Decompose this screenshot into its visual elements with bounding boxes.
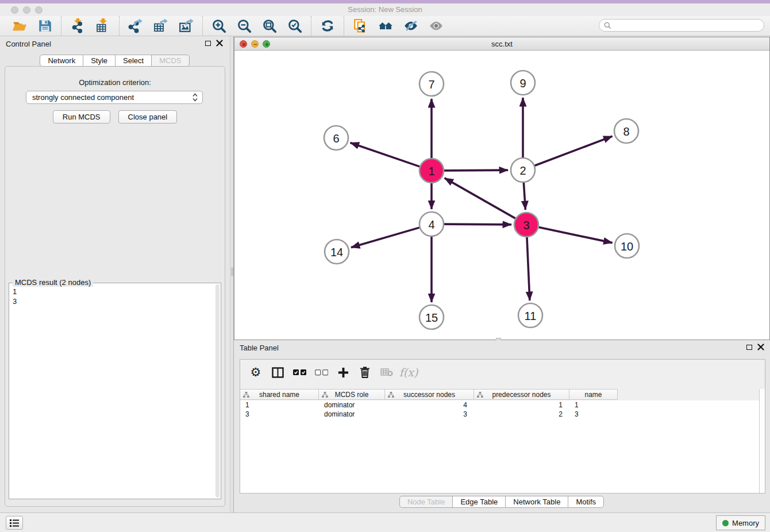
- zoom-out-button[interactable]: [232, 17, 257, 34]
- zoom-in-button[interactable]: [206, 17, 232, 34]
- graph-edge-3-11[interactable]: [527, 237, 530, 300]
- cybrowser-home-button[interactable]: [373, 17, 398, 34]
- graph-edge-3-1[interactable]: [445, 178, 515, 218]
- column-header-name[interactable]: name: [569, 389, 618, 400]
- table-cell[interactable]: 3: [240, 410, 319, 419]
- graph-node-11[interactable]: 11: [518, 303, 542, 327]
- table-row[interactable]: 3dominator323: [240, 410, 759, 419]
- open-session-button[interactable]: [7, 17, 32, 34]
- splitter-grip[interactable]: [231, 267, 233, 276]
- panel-mode-button[interactable]: [269, 364, 286, 381]
- run-mcds-button[interactable]: Run MCDS: [53, 110, 110, 124]
- table-tab-edge-table[interactable]: Edge Table: [452, 496, 506, 508]
- memory-button[interactable]: Memory: [716, 515, 765, 530]
- column-header-predecessor-nodes[interactable]: predecessor nodes: [474, 389, 569, 400]
- float-panel-icon[interactable]: [205, 41, 211, 46]
- graph-edge-2-3[interactable]: [523, 183, 525, 210]
- table-cell[interactable]: 1: [569, 400, 618, 410]
- graph-edge-4-14[interactable]: [351, 228, 419, 248]
- result-scrollbar[interactable]: [215, 284, 220, 498]
- node-label: 8: [623, 125, 629, 138]
- graph-edge-1-2[interactable]: [444, 170, 508, 171]
- table-header-row: shared nameMCDS rolesuccessor nodesprede…: [240, 389, 618, 400]
- zoom-fit-button[interactable]: [257, 17, 282, 34]
- graph-node-4[interactable]: 4: [419, 212, 444, 236]
- graph-node-14[interactable]: 14: [325, 240, 349, 264]
- column-header-shared-name[interactable]: shared name: [240, 389, 319, 400]
- graph-node-6[interactable]: 6: [324, 126, 348, 150]
- table-cell[interactable]: 3: [569, 410, 618, 419]
- table-toolbar: ⚙f(x): [240, 360, 765, 385]
- tab-select[interactable]: Select: [115, 55, 152, 67]
- search-input[interactable]: [599, 19, 764, 32]
- close-table-panel-icon[interactable]: [757, 344, 764, 350]
- graph-edge-2-8[interactable]: [535, 136, 613, 165]
- delete-columns-button[interactable]: [356, 364, 374, 381]
- zoom-selected-button[interactable]: [282, 17, 307, 34]
- table-cell[interactable]: 4: [385, 400, 474, 410]
- table-cell[interactable]: 2: [474, 410, 569, 419]
- main-toolbar: [0, 16, 770, 36]
- table-cell[interactable]: dominator: [319, 400, 385, 410]
- network-window-titlebar[interactable]: scc.txt: [234, 37, 769, 51]
- graph-node-15[interactable]: 15: [419, 305, 444, 329]
- import-table-icon: [95, 18, 110, 33]
- add-column-icon: [338, 367, 349, 378]
- graph-node-1[interactable]: 1: [419, 159, 444, 183]
- graph-node-2[interactable]: 2: [511, 158, 535, 182]
- mcds-tab-content: Optimization criterion: strongly connect…: [5, 66, 225, 507]
- delete-table-button: [378, 364, 395, 381]
- zoom-out-icon: [237, 18, 252, 33]
- table-cell[interactable]: 1: [240, 400, 319, 410]
- graph-edge-4-3[interactable]: [444, 224, 511, 225]
- close-panel-icon[interactable]: [216, 40, 223, 47]
- add-column-button[interactable]: [334, 364, 352, 381]
- attribute-icon: [388, 392, 394, 398]
- table-cell[interactable]: dominator: [319, 410, 385, 419]
- save-session-button[interactable]: [32, 17, 57, 34]
- select-all-checkboxes-button[interactable]: [291, 364, 308, 381]
- table-cell[interactable]: 3: [385, 410, 474, 419]
- node-label: 1: [428, 165, 434, 178]
- deselect-all-checkboxes-button[interactable]: [313, 364, 330, 381]
- show-graphics-details-button[interactable]: [424, 17, 449, 34]
- graph-edge-1-6[interactable]: [351, 142, 420, 166]
- hide-graphics-details-button[interactable]: [398, 17, 424, 34]
- tab-mcds[interactable]: MCDS: [151, 55, 189, 67]
- table-cell[interactable]: 1: [474, 400, 569, 410]
- graph-node-7[interactable]: 7: [419, 72, 444, 96]
- table-tab-node-table[interactable]: Node Table: [399, 496, 453, 508]
- graph-node-10[interactable]: 10: [615, 234, 639, 258]
- import-table-button[interactable]: [90, 17, 116, 34]
- network-canvas[interactable]: 7968124314101511: [234, 51, 769, 340]
- zoom-selected-icon: [287, 18, 302, 33]
- attribute-icon: [243, 392, 249, 398]
- graph-node-8[interactable]: 8: [614, 119, 638, 143]
- float-table-panel-icon[interactable]: [746, 345, 752, 350]
- column-settings-button[interactable]: ⚙: [247, 364, 264, 381]
- column-header-MCDS-role[interactable]: MCDS role: [319, 389, 385, 400]
- table-tab-motifs[interactable]: Motifs: [568, 496, 604, 508]
- column-header-successor-nodes[interactable]: successor nodes: [385, 389, 474, 400]
- duplicate-network-button[interactable]: [348, 17, 373, 34]
- export-table-button[interactable]: [148, 17, 174, 34]
- panel-splitter[interactable]: [230, 36, 234, 512]
- refresh-button[interactable]: [315, 17, 340, 34]
- import-network-button[interactable]: [65, 17, 90, 34]
- tab-style[interactable]: Style: [83, 55, 116, 67]
- node-label: 6: [333, 132, 339, 145]
- mcds-result-text[interactable]: 1 3: [13, 287, 211, 496]
- table-scrollbar[interactable]: [759, 389, 765, 493]
- close-panel-button[interactable]: Close panel: [118, 110, 178, 124]
- attribute-icon: [322, 392, 328, 398]
- graph-node-3[interactable]: 3: [514, 213, 538, 237]
- tab-network[interactable]: Network: [40, 55, 83, 67]
- table-tab-network-table[interactable]: Network Table: [505, 496, 568, 508]
- table-row[interactable]: 1dominator411: [240, 400, 759, 410]
- export-network-button[interactable]: [123, 17, 148, 34]
- export-image-button[interactable]: [174, 17, 199, 34]
- graph-edge-3-10[interactable]: [539, 228, 613, 243]
- graph-node-9[interactable]: 9: [511, 71, 535, 95]
- optimization-criterion-dropdown[interactable]: strongly connected component: [26, 91, 203, 104]
- task-history-button[interactable]: [6, 516, 23, 530]
